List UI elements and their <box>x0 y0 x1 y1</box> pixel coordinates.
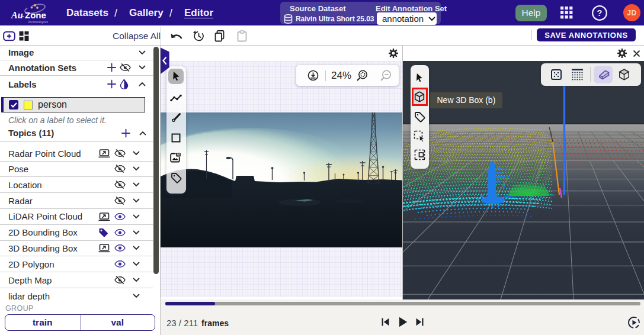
svg-text:?: ? <box>597 8 603 18</box>
svg-text:AI: AI <box>177 153 180 156</box>
svg-text:Technologies: Technologies <box>28 20 49 24</box>
svg-text:-: - <box>22 12 24 19</box>
svg-text:Au: Au <box>11 10 23 20</box>
svg-text:Zone: Zone <box>25 10 46 20</box>
